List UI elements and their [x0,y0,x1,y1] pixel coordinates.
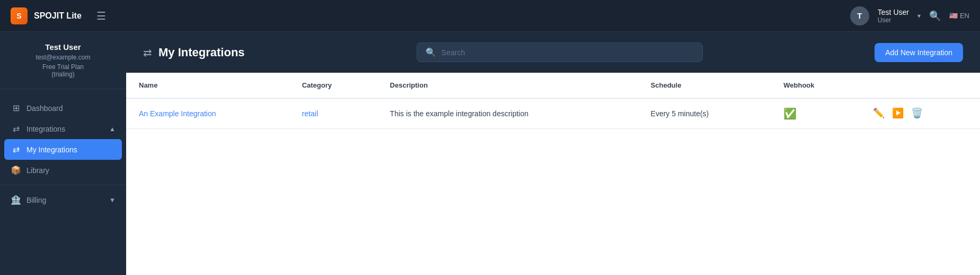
sidebar-nav: ⊞ Dashboard ⇄ Integrations ▲ ⇄ My Integr… [0,89,126,219]
sidebar-divider [0,185,126,185]
sidebar-item-dashboard[interactable]: ⊞ Dashboard [0,98,126,118]
billing-chevron: ▼ [109,196,116,204]
billing-label: Billing [27,196,46,204]
avatar: T [850,6,869,25]
edit-button[interactable]: ✏️ [873,107,885,119]
top-nav-left: S SPOJIT Lite ☰ [11,7,106,24]
table-header: Name Category Description Schedule Webho… [126,73,980,98]
page-title-area: ⇄ My Integrations [143,46,245,59]
my-integrations-icon: ⇄ [11,144,21,154]
col-schedule: Schedule [638,73,771,98]
hamburger-menu[interactable]: ☰ [96,10,106,22]
app-title: SPOJIT Lite [34,11,82,21]
my-integrations-label: My Integrations [27,145,77,154]
search-icon: 🔍 [426,47,436,57]
user-info: Test User User [878,8,909,24]
sidebar-username: Test User [8,42,118,51]
row-name: An Example Integration [126,98,289,129]
content-area: ⇄ My Integrations 🔍 Add New Integration … [126,32,980,275]
sidebar-item-label: Dashboard [27,104,63,113]
integrations-label: Integrations [27,125,65,133]
page-title: My Integrations [158,46,245,59]
integrations-table-container: Name Category Description Schedule Webho… [126,73,980,275]
table-body: An Example Integration retail This is th… [126,98,980,129]
sidebar: Test User test@example.com Free Trial Pl… [0,32,126,275]
integrations-chevron: ▲ [109,125,116,133]
add-new-integration-button[interactable]: Add New Integration [875,43,963,62]
user-name: Test User [878,8,909,16]
row-category: retail [289,98,377,129]
app-logo: S [11,7,28,24]
language-selector[interactable]: 🇺🇸 EN [949,12,969,20]
row-description: This is the example integration descript… [377,98,638,129]
sidebar-plan-status: (trialing) [8,71,118,78]
col-name: Name [126,73,289,98]
nav-search-icon[interactable]: 🔍 [929,10,941,22]
search-input[interactable] [442,48,694,57]
integrations-icon: ⇄ [11,124,21,134]
search-box: 🔍 [417,42,703,62]
top-navbar: S SPOJIT Lite ☰ T Test User User ▾ 🔍 🇺🇸 … [0,0,980,32]
sidebar-item-billing[interactable]: 🏦 Billing ▼ [0,190,126,210]
col-actions [860,73,980,98]
dashboard-icon: ⊞ [11,103,21,113]
sidebar-item-library[interactable]: 📦 Library [0,160,126,181]
col-category: Category [289,73,377,98]
flag-icon: 🇺🇸 [949,12,958,20]
table-row: An Example Integration retail This is th… [126,98,980,129]
row-webhook: ✅ [771,98,860,129]
integrations-children: ⇄ My Integrations [0,139,126,160]
row-actions: ✏️ ▶️ 🗑️ [860,99,980,127]
library-label: Library [27,166,49,175]
col-description: Description [377,73,638,98]
billing-icon: 🏦 [11,195,21,205]
delete-button[interactable]: 🗑️ [911,107,923,119]
run-button[interactable]: ▶️ [892,107,904,119]
page-header: ⇄ My Integrations 🔍 Add New Integration [126,32,980,73]
main-layout: Test User test@example.com Free Trial Pl… [0,32,980,275]
top-nav-right: T Test User User ▾ 🔍 🇺🇸 EN [850,6,969,25]
sidebar-email: test@example.com [8,54,118,61]
sidebar-plan: Free Trial Plan [8,63,118,71]
table-header-row: Name Category Description Schedule Webho… [126,73,980,98]
sidebar-item-my-integrations[interactable]: ⇄ My Integrations [4,139,122,160]
row-schedule: Every 5 minute(s) [638,98,771,129]
sidebar-user-info: Test User test@example.com Free Trial Pl… [0,42,126,89]
integrations-table: Name Category Description Schedule Webho… [126,73,980,129]
page-title-icon: ⇄ [143,46,152,59]
user-dropdown-arrow[interactable]: ▾ [917,12,921,20]
sidebar-group-integrations-header[interactable]: ⇄ Integrations ▲ [0,118,126,139]
sidebar-group-integrations: ⇄ Integrations ▲ ⇄ My Integrations [0,118,126,160]
col-webhook: Webhook [771,73,860,98]
library-icon: 📦 [11,165,21,175]
user-role: User [878,16,909,24]
